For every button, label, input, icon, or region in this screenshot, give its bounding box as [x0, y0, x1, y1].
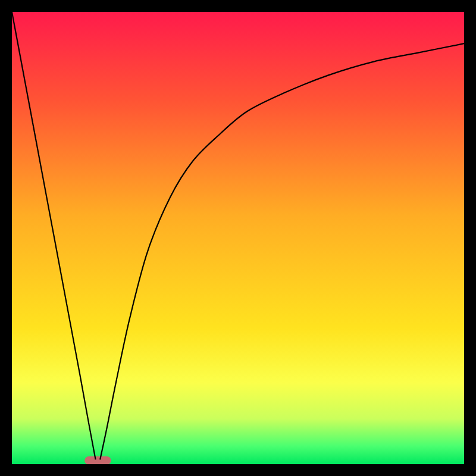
gradient-background [12, 12, 464, 464]
bottleneck-chart [12, 12, 464, 464]
chart-frame: TheBottleneck.com [12, 12, 464, 464]
